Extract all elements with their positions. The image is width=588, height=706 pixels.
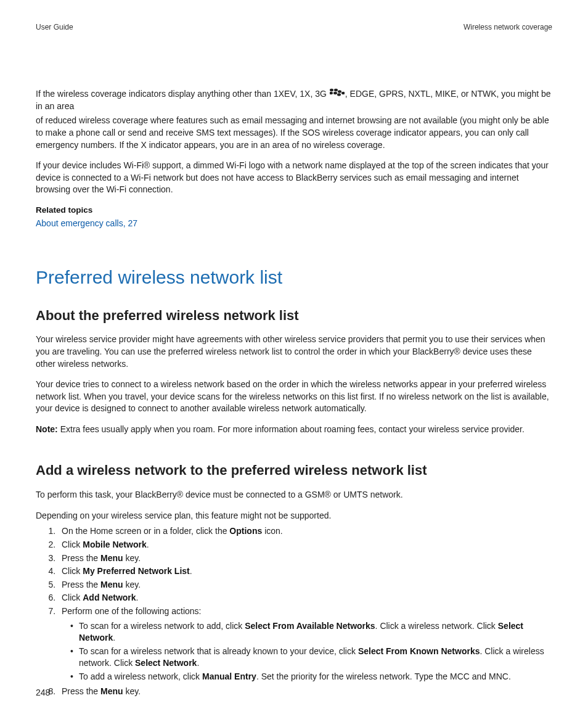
about-paragraph-2: Your device tries to connect to a wirele…: [36, 379, 552, 415]
related-link-emergency-calls[interactable]: About emergency calls, 27: [36, 218, 137, 228]
add-steps-list: On the Home screen or in a folder, click…: [36, 525, 552, 697]
about-note: Note: Extra fees usually apply when you …: [36, 424, 552, 436]
svg-point-4: [338, 91, 341, 93]
step-2: Click Mobile Network.: [58, 539, 552, 551]
svg-point-1: [334, 89, 338, 91]
step-7-option-3: To add a wireless network, click Manual …: [70, 671, 552, 683]
add-paragraph-2: Depending on your wireless service plan,…: [36, 510, 552, 522]
step-4: Click My Preferred Network List.: [58, 565, 552, 578]
svg-point-3: [333, 92, 337, 94]
about-heading: About the preferred wireless network lis…: [36, 306, 552, 326]
header-right: Wireless network coverage: [463, 22, 552, 33]
page-number: 248: [36, 687, 50, 699]
step-7-option-2: To scan for a wireless network that is a…: [70, 646, 552, 670]
step-6: Click Add Network.: [58, 592, 552, 604]
step-8: Press the Menu key.: [58, 686, 552, 698]
page-header: User Guide Wireless network coverage: [36, 22, 552, 33]
about-paragraph-1: Your wireless service provider might hav…: [36, 334, 552, 370]
header-left: User Guide: [36, 22, 73, 33]
intro-paragraph-2: If your device includes Wi-Fi® support, …: [36, 160, 552, 196]
add-heading: Add a wireless network to the preferred …: [36, 461, 552, 480]
step-7-options: To scan for a wireless network to add, c…: [62, 620, 552, 683]
intro-paragraph-1-cont: of reduced wireless coverage where featu…: [36, 115, 552, 151]
step-3: Press the Menu key.: [58, 552, 552, 565]
step-5: Press the Menu key.: [58, 579, 552, 591]
section-title: Preferred wireless network list: [36, 265, 552, 290]
blackberry-logo-icon: [330, 88, 345, 101]
step-7-option-1: To scan for a wireless network to add, c…: [70, 620, 552, 644]
step-1: On the Home screen or in a folder, click…: [58, 525, 552, 538]
svg-point-2: [330, 92, 333, 94]
add-paragraph-1: To perform this task, your BlackBerry® d…: [36, 489, 552, 501]
related-topics-heading: Related topics: [36, 205, 552, 216]
svg-point-0: [330, 89, 333, 91]
step-7: Perform one of the following actions: To…: [58, 605, 552, 683]
svg-point-5: [337, 94, 341, 96]
intro-paragraph-1-line1: If the wireless coverage indicators disp…: [36, 88, 552, 113]
svg-point-6: [341, 92, 345, 94]
